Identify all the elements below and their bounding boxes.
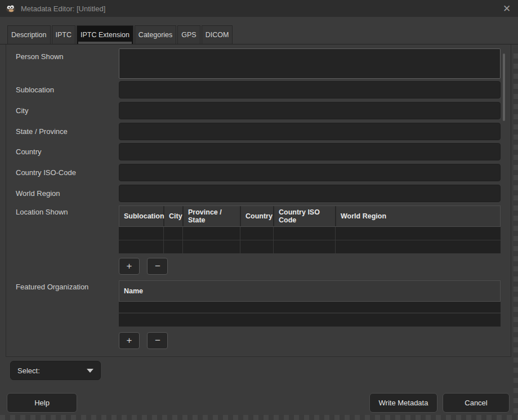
column-header-name[interactable]: Name: [119, 281, 500, 301]
minus-icon: −: [155, 261, 160, 271]
world-region-row: World Region: [16, 185, 501, 202]
state-province-row: State / Province: [16, 123, 501, 140]
location-shown-table: Sublocation City Province / State Countr…: [119, 205, 501, 253]
country-iso-code-input[interactable]: [119, 164, 501, 181]
column-header-province-state[interactable]: Province / State: [184, 206, 241, 226]
featured-organization-controls: + −: [16, 332, 501, 349]
tab-description[interactable]: Description: [7, 25, 51, 44]
select-dropdown[interactable]: Select:: [10, 361, 101, 380]
tab-categories[interactable]: Categories: [135, 25, 176, 44]
location-shown-label: Location Shown: [16, 205, 119, 253]
column-header-country[interactable]: Country: [241, 206, 274, 226]
tab-iptc[interactable]: IPTC: [52, 25, 75, 44]
select-dropdown-label: Select:: [17, 367, 40, 375]
help-button[interactable]: Help: [7, 393, 77, 413]
window-edge-pattern-bottom: [0, 415, 518, 420]
featured-organization-table-header: Name: [119, 280, 501, 302]
world-region-input[interactable]: [119, 185, 501, 202]
country-row: Country: [16, 143, 501, 160]
location-shown-controls: + −: [16, 258, 501, 275]
sublocation-row: Sublocation: [16, 81, 501, 99]
featured-organization-section: Featured Organization Name: [16, 280, 501, 327]
titlebar: Metadata Editor: [Untitled] ✕: [0, 0, 518, 17]
sublocation-input[interactable]: [119, 81, 501, 99]
location-shown-section: Location Shown Sublocation City Province…: [16, 205, 501, 253]
featured-organization-table: Name: [119, 280, 501, 327]
country-input[interactable]: [119, 143, 501, 160]
country-iso-code-label: Country ISO-Code: [16, 168, 119, 177]
metadata-editor-dialog: Metadata Editor: [Untitled] ✕ Descriptio…: [0, 0, 518, 420]
iptc-extension-panel: Person Shown Sublocation City State / Pr…: [6, 44, 511, 357]
featured-organization-label: Featured Organization: [16, 280, 119, 327]
column-header-country-iso-code[interactable]: Country ISO Code: [274, 206, 336, 226]
city-row: City: [16, 102, 501, 119]
write-metadata-button[interactable]: Write Metadata: [369, 393, 437, 413]
tab-dicom[interactable]: DICOM: [202, 25, 233, 44]
country-label: Country: [16, 148, 119, 156]
table-row[interactable]: [119, 227, 501, 240]
person-shown-textarea[interactable]: [119, 48, 501, 79]
minus-icon: −: [155, 336, 160, 345]
add-organization-button[interactable]: +: [119, 332, 140, 349]
window-edge-pattern-right: [513, 48, 518, 415]
person-shown-label: Person Shown: [16, 48, 119, 79]
close-icon[interactable]: ✕: [499, 2, 515, 15]
column-header-world-region[interactable]: World Region: [336, 206, 500, 226]
remove-organization-button[interactable]: −: [147, 332, 168, 349]
plus-icon: +: [127, 336, 132, 345]
tab-iptc-extension[interactable]: IPTC Extension: [77, 25, 133, 44]
vertical-scrollbar-thumb[interactable]: [503, 53, 505, 121]
tab-gps[interactable]: GPS: [177, 25, 200, 44]
chevron-down-icon: [87, 369, 93, 373]
world-region-label: World Region: [16, 189, 119, 198]
add-location-button[interactable]: +: [119, 258, 140, 275]
cancel-button[interactable]: Cancel: [443, 393, 510, 413]
table-row[interactable]: [119, 302, 501, 314]
city-label: City: [16, 106, 119, 115]
location-shown-table-header: Sublocation City Province / State Countr…: [119, 205, 501, 227]
column-header-city[interactable]: City: [164, 206, 184, 226]
remove-location-button[interactable]: −: [147, 258, 168, 275]
city-input[interactable]: [119, 102, 501, 119]
table-row[interactable]: [119, 314, 501, 327]
state-province-input[interactable]: [119, 123, 501, 140]
person-shown-row: Person Shown: [16, 48, 501, 79]
gimp-wilber-icon: [6, 4, 16, 13]
sublocation-label: Sublocation: [16, 86, 119, 94]
window-title: Metadata Editor: [Untitled]: [21, 5, 105, 13]
table-row[interactable]: [119, 240, 501, 253]
column-header-sublocation[interactable]: Sublocation: [119, 206, 164, 226]
country-iso-code-row: Country ISO-Code: [16, 164, 501, 181]
state-province-label: State / Province: [16, 127, 119, 136]
tab-bar: Description IPTC IPTC Extension Categori…: [0, 17, 518, 44]
plus-icon: +: [127, 261, 132, 271]
